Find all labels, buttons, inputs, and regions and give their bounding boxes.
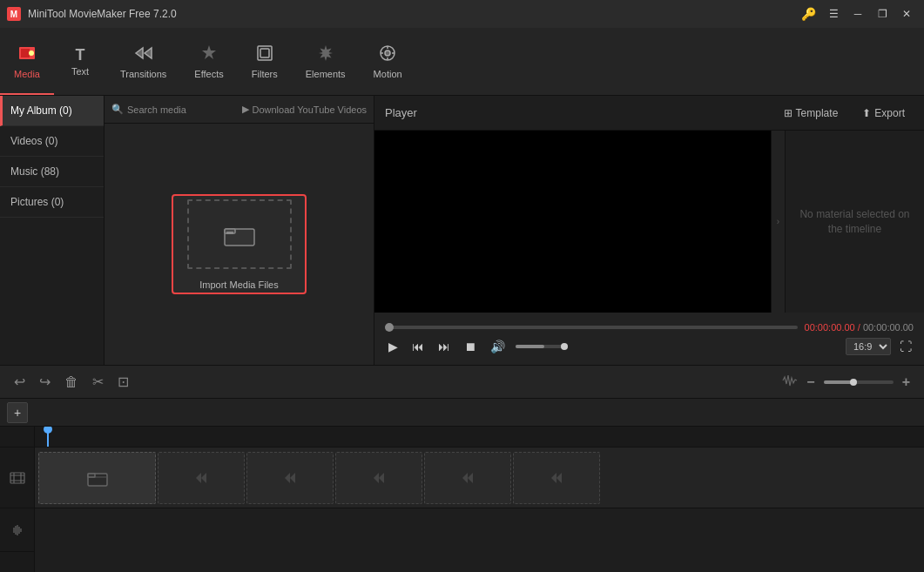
player-viewport-wrapper: › No material selected on the timeline [374,131,924,313]
youtube-icon: ▶ [242,104,249,115]
toolbar-item-effects[interactable]: Effects [180,28,237,95]
filters-icon [255,44,274,65]
sidebar-item-pictures[interactable]: Pictures (0) [0,187,104,218]
transition-slot-5[interactable] [513,452,600,504]
export-icon: ⬆ [862,107,871,119]
download-youtube-btn[interactable]: ▶ Download YouTube Videos [242,104,368,115]
aspect-ratio-select[interactable]: 16:9 9:16 1:1 4:3 [846,338,891,355]
import-box-inner [187,199,292,269]
media-icon [17,44,37,65]
key-icon: 🔑 [801,7,816,21]
toolbar-item-transitions[interactable]: Transitions [106,28,180,95]
prev-frame-button[interactable]: ⏮ [408,338,428,355]
timeline-content [0,427,924,572]
next-frame-button[interactable]: ⏭ [435,338,454,355]
toolbar-item-media[interactable]: Media [0,28,54,95]
title-bar-extras: 🔑 ☰ ─ ❐ ✕ [801,5,917,23]
media-panel: 🔍 Search media ▶ Download YouTube Videos… [105,96,374,365]
search-icon: 🔍 [111,104,124,115]
transition-slot-4[interactable] [424,452,511,504]
volume-dot [561,343,568,350]
sidebar-item-music[interactable]: Music (88) [0,157,104,187]
player-viewport [374,131,771,313]
zoom-slider[interactable] [824,380,894,384]
app-title: MiniTool MovieMaker Free 7.2.0 [28,8,177,20]
audio-track-label [0,508,34,552]
progress-bar-container: 00:00:00.00 / 00:00:00.00 [385,322,914,333]
effects-label: Effects [194,69,223,79]
time-current: 00:00:00.00 [805,322,855,333]
crop-button[interactable]: ⊡ [114,370,132,394]
toolbar-item-text[interactable]: T Text [54,28,106,95]
video-track [35,448,924,508]
zoom-fill [824,380,852,384]
timeline-area: + [0,398,924,572]
main-area: My Album (0) Videos (0) Music (88) Pictu… [0,96,924,365]
zoom-dot [850,379,857,386]
volume-fill [516,345,544,348]
panel-collapse-btn[interactable]: › [771,131,785,313]
transition-slot-1[interactable] [158,452,245,504]
player-header: Player ⊞ Template ⬆ Export [374,96,924,131]
progress-bar[interactable] [385,326,798,329]
sidebar-item-videos[interactable]: Videos (0) [0,126,104,157]
title-bar-controls: ☰ ─ ❐ ✕ [823,5,917,23]
text-icon: T [75,47,84,63]
svg-point-2 [29,50,34,56]
template-button[interactable]: ⊞ Template [775,104,847,123]
toolbar-item-filters[interactable]: Filters [238,28,292,95]
svg-rect-11 [10,473,24,483]
transition-slot-2[interactable] [246,452,334,504]
fullscreen-button[interactable]: ⛶ [898,338,914,355]
title-bar-left: M MiniTool MovieMaker Free 7.2.0 [7,7,177,21]
search-media-btn[interactable]: 🔍 Search media [111,104,186,115]
time-display: 00:00:00.00 / 00:00:00.00 [805,322,914,333]
main-clip-slot[interactable] [38,452,156,504]
toolbar-item-elements[interactable]: Elements [292,28,360,95]
zoom-out-button[interactable]: − [803,371,818,394]
transition-slot-3[interactable] [335,452,422,504]
zoom-in-button[interactable]: + [899,371,914,394]
player-title: Player [385,106,417,119]
timeline-tracks-label [0,427,35,572]
template-icon: ⊞ [784,107,792,119]
filters-label: Filters [252,69,278,79]
svg-rect-1 [21,49,30,57]
menu-button[interactable]: ☰ [823,5,844,23]
app-icon: M [7,7,21,21]
text-label: Text [71,66,89,77]
minimize-button[interactable]: ─ [847,5,868,23]
transitions-label: Transitions [120,69,166,79]
media-content: Import Media Files [105,124,374,365]
toolbar-item-motion[interactable]: Motion [360,28,416,95]
import-media-box[interactable]: Import Media Files [172,194,307,294]
player-controls: 00:00:00.00 / 00:00:00.00 ▶ ⏮ ⏭ ⏹ 🔊 16:9… [374,313,924,365]
transitions-icon [134,44,153,65]
redo-button[interactable]: ↪ [36,370,54,394]
elements-label: Elements [306,69,346,79]
play-button[interactable]: ▶ [385,338,401,355]
restore-button[interactable]: ❐ [872,5,893,23]
timeline-cursor [47,427,49,447]
waveform-icon [782,374,798,389]
progress-dot [385,323,394,332]
undo-button[interactable]: ↩ [10,370,29,394]
audio-track [35,508,924,552]
title-bar: M MiniTool MovieMaker Free 7.2.0 🔑 ☰ ─ ❐… [0,0,924,28]
search-media-label: Search media [127,104,186,115]
controls-row: ▶ ⏮ ⏭ ⏹ 🔊 16:9 9:16 1:1 4:3 ⛶ [385,338,914,355]
media-panel-header: 🔍 Search media ▶ Download YouTube Videos [105,96,374,124]
export-button[interactable]: ⬆ Export [853,104,914,123]
svg-rect-10 [226,232,233,234]
cut-button[interactable]: ✂ [89,370,107,394]
close-button[interactable]: ✕ [896,5,917,23]
stop-button[interactable]: ⏹ [461,338,480,355]
volume-slider[interactable] [516,345,568,348]
volume-button[interactable]: 🔊 [487,338,509,355]
import-media-label: Import Media Files [199,279,278,290]
timeline-header: + [0,399,924,427]
timeline-add-button[interactable]: + [7,402,28,423]
motion-label: Motion [374,69,402,79]
sidebar-item-my-album[interactable]: My Album (0) [0,96,104,126]
delete-button[interactable]: 🗑 [61,371,82,394]
